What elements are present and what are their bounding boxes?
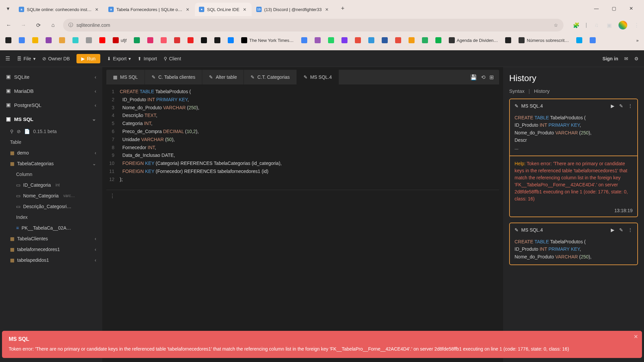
extensions-icon[interactable]: 🧩 (573, 22, 580, 28)
editor-tab[interactable]: ▦ MS SQL (106, 70, 145, 84)
refresh-icon[interactable]: ⟲ (481, 74, 485, 80)
code-content[interactable]: FOREIGN KEY (Fornecedor) REFERENCES tabe… (120, 168, 499, 176)
index-item[interactable]: ≡PK__TabelaCa__02A… (0, 223, 102, 233)
tab-close-icon[interactable]: ✕ (185, 7, 190, 12)
settings-icon[interactable]: ⚙ (634, 56, 639, 61)
bookmark-item[interactable] (99, 37, 105, 43)
chevron-down-icon[interactable]: ⌄ (92, 161, 96, 166)
bookmark-item[interactable]: Números sobrescrit… (519, 37, 569, 43)
bookmarks-overflow-icon[interactable]: » (636, 38, 639, 43)
db-engine-item[interactable]: ▣MS SQL ⌄ (0, 112, 102, 126)
run-history-icon[interactable]: ▶ (611, 227, 614, 233)
bookmark-item[interactable] (147, 37, 153, 43)
editor-tab[interactable]: ✎ MS SQL.4 (297, 70, 339, 84)
tab-close-icon[interactable]: ✕ (242, 7, 248, 12)
bookmark-item[interactable] (505, 37, 511, 43)
run-button[interactable]: ▶ Run (76, 54, 100, 63)
tab-close-icon[interactable]: ✕ (324, 7, 330, 12)
minimize-button[interactable]: — (590, 2, 602, 14)
chevron-icon[interactable]: ⌄ (92, 116, 96, 122)
bookmark-item[interactable] (32, 37, 38, 43)
export-menu[interactable]: ⬇ Export ▾ (107, 56, 131, 61)
bookmark-item[interactable] (368, 37, 374, 43)
chevron-left-icon[interactable]: ‹ (95, 257, 96, 263)
bookmark-item[interactable] (201, 37, 207, 43)
editor-tab[interactable]: ✎ Alter table (202, 70, 244, 84)
bookmark-item[interactable] (134, 37, 140, 43)
bookmark-item[interactable] (161, 37, 167, 43)
owner-db-button[interactable]: ⊘ Owner DB (42, 56, 70, 61)
table-item[interactable]: ▦TabelaCategorias ⌄ (0, 158, 102, 169)
site-info-icon[interactable]: ⓘ (68, 22, 73, 28)
chevron-left-icon[interactable]: ‹ (95, 236, 96, 241)
table-item[interactable]: ▦TabelaClientes ‹ (0, 233, 102, 244)
bookmark-item[interactable] (19, 37, 25, 43)
editor-tab[interactable]: ✎ C.T. Categorias (244, 70, 297, 84)
code-content[interactable]: Preco_de_Compra DECIMAL (10,2), (120, 128, 499, 136)
toast-close-icon[interactable]: ✕ (634, 334, 638, 340)
chevron-icon[interactable]: ‹ (95, 88, 96, 94)
sign-in-button[interactable]: Sign in (602, 56, 618, 61)
bookmark-item[interactable]: The New York Times… (241, 37, 293, 43)
browser-tab[interactable]: ●SQL OnLine IDE✕ (195, 3, 251, 16)
bookmark-item[interactable] (435, 37, 441, 43)
result-menu-icon[interactable]: ⋮ (110, 193, 115, 199)
star-icon[interactable]: ☆ (554, 22, 558, 28)
bookmark-item[interactable] (382, 37, 388, 43)
bookmark-item[interactable] (46, 37, 52, 43)
tab-syntax[interactable]: Syntax (509, 88, 525, 94)
add-tab-icon[interactable]: ⊞ (489, 74, 494, 80)
chevron-icon[interactable]: ‹ (95, 74, 96, 80)
save-icon[interactable]: 💾 (470, 74, 477, 80)
db-engine-item[interactable]: ▣PostgreSQL ‹ (0, 98, 102, 112)
table-item[interactable]: ▦demo ‹ (0, 147, 102, 158)
tab-history[interactable]: History (534, 88, 550, 94)
reload-button[interactable]: ⟳ (34, 20, 43, 30)
browser-tab[interactable]: 13(13) Discord | @nerdfighter33✕ (252, 3, 334, 16)
bookmark-item[interactable] (72, 37, 78, 43)
tab-search-dropdown[interactable]: ▾ (3, 3, 13, 14)
bookmark-item[interactable] (301, 37, 307, 43)
bookmark-item[interactable] (409, 37, 415, 43)
menu-button[interactable]: ☰ (5, 55, 10, 62)
db-engine-item[interactable]: ▣MariaDB ‹ (0, 84, 102, 98)
browser-tab[interactable]: aTabela Fornecedores | SQLite o…✕ (104, 3, 194, 16)
bookmark-item[interactable] (422, 37, 428, 43)
bookmark-item[interactable] (315, 37, 321, 43)
code-content[interactable]: Unidade VARCHAR (50), (120, 136, 499, 144)
code-content[interactable]: Fornecedor INT, (120, 144, 499, 152)
code-content[interactable]: CREATE TABLE TabelaProdutos ( (120, 88, 499, 96)
edit-history-icon[interactable]: ✎ (619, 227, 623, 233)
bookmark-item[interactable] (341, 37, 347, 43)
bookmark-item[interactable] (328, 37, 334, 43)
code-content[interactable]: Categoria INT, (120, 120, 499, 128)
forward-button[interactable]: → (19, 20, 28, 30)
bookmark-item[interactable] (395, 37, 401, 43)
home-button[interactable]: ⌂ (48, 20, 58, 30)
bookmark-item[interactable] (590, 37, 596, 43)
code-editor[interactable]: 1 CREATE TABLE TabelaProdutos ( 2 ID_Pro… (106, 84, 499, 187)
share-icon[interactable]: ⚲ (10, 129, 13, 134)
close-window-button[interactable]: ✕ (625, 2, 637, 14)
client-button[interactable]: ⚲ Client (164, 56, 181, 61)
table-item[interactable]: ▦tabelafornecedores1 ‹ (0, 244, 102, 255)
history-menu-icon[interactable]: ⋮ (628, 227, 633, 233)
bookmark-item[interactable]: Agenda de Dividen… (449, 37, 498, 43)
back-button[interactable]: ← (4, 20, 13, 30)
db-engine-item[interactable]: ▣SQLite ‹ (0, 70, 102, 84)
bookmark-item[interactable] (59, 37, 65, 43)
code-content[interactable]: Descrição TEXT, (120, 112, 499, 120)
editor-tab[interactable]: ✎ C. Tabela clientes (145, 70, 202, 84)
column-item[interactable]: ▭Descrição_Categosri… (0, 201, 102, 212)
bookmark-item[interactable] (5, 37, 11, 43)
bookmark-item[interactable]: ufjf (113, 37, 126, 43)
bookmark-item[interactable] (576, 37, 582, 43)
run-history-icon[interactable]: ▶ (611, 103, 614, 109)
profile-avatar-icon[interactable] (619, 21, 627, 29)
url-bar[interactable]: ⓘ sqliteonline.com ☆ (63, 19, 564, 32)
chevron-icon[interactable]: ‹ (95, 102, 96, 108)
column-item[interactable]: ▭Nome_Categoriavarc… (0, 190, 102, 201)
bookmark-item[interactable] (228, 37, 234, 43)
sidepanel-icon[interactable]: ▣ (606, 22, 612, 28)
code-content[interactable]: Nome_do_Produto VARCHAR (250), (120, 104, 499, 112)
